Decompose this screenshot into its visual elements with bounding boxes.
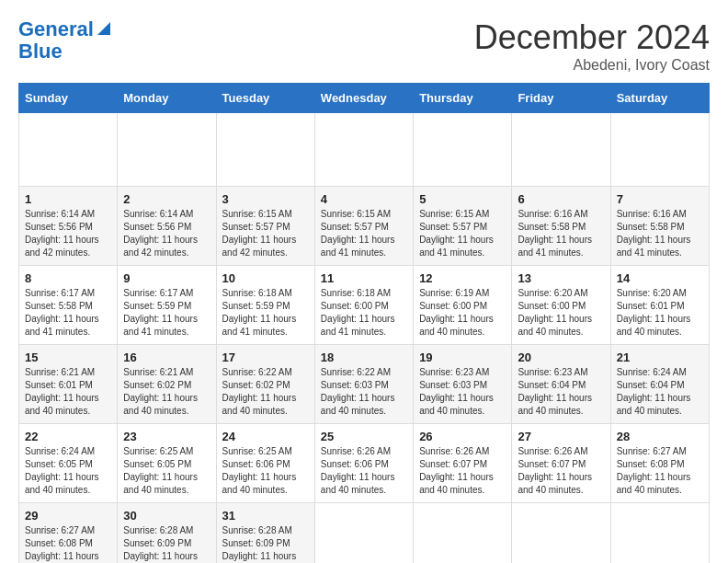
calendar-week-row: 1 Sunrise: 6:14 AM Sunset: 5:56 PM Dayli… (19, 187, 710, 266)
day-number: 30 (123, 509, 210, 523)
day-number: 21 (617, 350, 703, 364)
cell-info: Sunrise: 6:15 AM Sunset: 5:57 PM Dayligh… (222, 208, 309, 259)
col-monday: Monday (118, 84, 216, 113)
calendar-cell (314, 113, 413, 187)
calendar-cell: 26 Sunrise: 6:26 AM Sunset: 6:07 PM Dayl… (414, 424, 512, 503)
day-number: 12 (419, 271, 506, 285)
day-number: 28 (617, 430, 703, 443)
calendar-cell: 22 Sunrise: 6:24 AM Sunset: 6:05 PM Dayl… (19, 424, 118, 503)
calendar-cell: 7 Sunrise: 6:16 AM Sunset: 5:58 PM Dayli… (610, 187, 709, 266)
day-number: 23 (123, 430, 210, 443)
day-number: 6 (518, 192, 604, 206)
calendar-cell: 20 Sunrise: 6:23 AM Sunset: 6:04 PM Dayl… (512, 345, 610, 424)
day-number: 29 (25, 509, 111, 523)
calendar-cell: 10 Sunrise: 6:18 AM Sunset: 5:59 PM Dayl… (216, 266, 314, 345)
calendar-cell: 3 Sunrise: 6:15 AM Sunset: 5:57 PM Dayli… (216, 187, 314, 266)
calendar-cell (512, 113, 610, 187)
cell-info: Sunrise: 6:20 AM Sunset: 6:01 PM Dayligh… (617, 287, 703, 339)
cell-info: Sunrise: 6:18 AM Sunset: 6:00 PM Dayligh… (321, 287, 407, 339)
cell-info: Sunrise: 6:27 AM Sunset: 6:08 PM Dayligh… (25, 524, 111, 563)
day-number: 24 (222, 430, 309, 443)
cell-info: Sunrise: 6:27 AM Sunset: 6:08 PM Dayligh… (617, 445, 703, 497)
calendar-cell (414, 503, 512, 564)
day-number: 5 (419, 192, 506, 206)
calendar-cell: 8 Sunrise: 6:17 AM Sunset: 5:58 PM Dayli… (19, 266, 118, 345)
cell-info: Sunrise: 6:21 AM Sunset: 6:02 PM Dayligh… (123, 366, 210, 418)
day-number: 9 (123, 271, 210, 285)
calendar-cell (512, 503, 610, 564)
location: Abedeni, Ivory Coast (474, 57, 710, 74)
calendar-cell: 24 Sunrise: 6:25 AM Sunset: 6:06 PM Dayl… (216, 424, 314, 503)
col-saturday: Saturday (610, 84, 709, 113)
calendar-cell: 29 Sunrise: 6:27 AM Sunset: 6:08 PM Dayl… (19, 503, 118, 564)
day-number: 16 (123, 350, 210, 364)
cell-info: Sunrise: 6:22 AM Sunset: 6:03 PM Dayligh… (321, 366, 407, 418)
col-tuesday: Tuesday (216, 84, 314, 113)
calendar-table: Sunday Monday Tuesday Wednesday Thursday… (18, 83, 710, 563)
calendar-cell: 28 Sunrise: 6:27 AM Sunset: 6:08 PM Dayl… (610, 424, 709, 503)
calendar-cell: 19 Sunrise: 6:23 AM Sunset: 6:03 PM Dayl… (414, 345, 512, 424)
calendar-cell: 31 Sunrise: 6:28 AM Sunset: 6:09 PM Dayl… (216, 503, 314, 564)
calendar-cell: 18 Sunrise: 6:22 AM Sunset: 6:03 PM Dayl… (314, 345, 413, 424)
calendar-week-row: 8 Sunrise: 6:17 AM Sunset: 5:58 PM Dayli… (19, 266, 710, 345)
day-number: 8 (25, 271, 111, 285)
calendar-cell: 23 Sunrise: 6:25 AM Sunset: 6:05 PM Dayl… (118, 424, 216, 503)
day-number: 31 (222, 509, 309, 523)
cell-info: Sunrise: 6:24 AM Sunset: 6:05 PM Dayligh… (25, 445, 111, 497)
calendar-cell: 16 Sunrise: 6:21 AM Sunset: 6:02 PM Dayl… (118, 345, 216, 424)
calendar-cell: 25 Sunrise: 6:26 AM Sunset: 6:06 PM Dayl… (314, 424, 413, 503)
calendar-cell: 30 Sunrise: 6:28 AM Sunset: 6:09 PM Dayl… (118, 503, 216, 564)
logo-text: General (18, 18, 94, 40)
cell-info: Sunrise: 6:20 AM Sunset: 6:00 PM Dayligh… (518, 287, 604, 339)
calendar-cell: 15 Sunrise: 6:21 AM Sunset: 6:01 PM Dayl… (19, 345, 118, 424)
cell-info: Sunrise: 6:16 AM Sunset: 5:58 PM Dayligh… (617, 208, 703, 259)
day-number: 22 (25, 430, 111, 443)
day-number: 1 (25, 192, 111, 206)
calendar-cell: 27 Sunrise: 6:26 AM Sunset: 6:07 PM Dayl… (512, 424, 610, 503)
col-thursday: Thursday (414, 84, 512, 113)
calendar-cell: 5 Sunrise: 6:15 AM Sunset: 5:57 PM Dayli… (414, 187, 512, 266)
calendar-cell (314, 503, 413, 564)
calendar-cell: 2 Sunrise: 6:14 AM Sunset: 5:56 PM Dayli… (118, 187, 216, 266)
day-number: 10 (222, 271, 309, 285)
col-wednesday: Wednesday (314, 84, 413, 113)
calendar-cell: 4 Sunrise: 6:15 AM Sunset: 5:57 PM Dayli… (314, 187, 413, 266)
day-number: 15 (25, 350, 111, 364)
calendar-cell: 1 Sunrise: 6:14 AM Sunset: 5:56 PM Dayli… (19, 187, 118, 266)
cell-info: Sunrise: 6:24 AM Sunset: 6:04 PM Dayligh… (617, 366, 703, 418)
page-header: General Blue December 2024 Abedeni, Ivor… (18, 18, 710, 74)
cell-info: Sunrise: 6:17 AM Sunset: 5:59 PM Dayligh… (123, 287, 210, 339)
cell-info: Sunrise: 6:19 AM Sunset: 6:00 PM Dayligh… (419, 287, 506, 339)
day-number: 2 (123, 192, 210, 206)
day-number: 20 (518, 350, 604, 364)
calendar-cell (19, 113, 118, 187)
day-number: 27 (518, 430, 604, 443)
month-title: December 2024 (474, 18, 710, 57)
calendar-cell: 21 Sunrise: 6:24 AM Sunset: 6:04 PM Dayl… (610, 345, 709, 424)
day-number: 3 (222, 192, 309, 206)
calendar-cell: 11 Sunrise: 6:18 AM Sunset: 6:00 PM Dayl… (314, 266, 413, 345)
calendar-header-row: Sunday Monday Tuesday Wednesday Thursday… (19, 84, 710, 113)
calendar-cell: 17 Sunrise: 6:22 AM Sunset: 6:02 PM Dayl… (216, 345, 314, 424)
col-friday: Friday (512, 84, 610, 113)
calendar-week-row: 29 Sunrise: 6:27 AM Sunset: 6:08 PM Dayl… (19, 503, 710, 564)
calendar-cell: 12 Sunrise: 6:19 AM Sunset: 6:00 PM Dayl… (414, 266, 512, 345)
logo-arrow-icon (96, 20, 112, 37)
cell-info: Sunrise: 6:18 AM Sunset: 5:59 PM Dayligh… (222, 287, 309, 339)
day-number: 7 (617, 192, 703, 206)
day-number: 11 (321, 271, 407, 285)
day-number: 17 (222, 350, 309, 364)
cell-info: Sunrise: 6:26 AM Sunset: 6:07 PM Dayligh… (518, 445, 604, 497)
cell-info: Sunrise: 6:15 AM Sunset: 5:57 PM Dayligh… (321, 208, 407, 259)
cell-info: Sunrise: 6:26 AM Sunset: 6:06 PM Dayligh… (321, 445, 407, 497)
calendar-cell: 9 Sunrise: 6:17 AM Sunset: 5:59 PM Dayli… (118, 266, 216, 345)
cell-info: Sunrise: 6:21 AM Sunset: 6:01 PM Dayligh… (25, 366, 111, 418)
calendar-cell (414, 113, 512, 187)
calendar-cell: 13 Sunrise: 6:20 AM Sunset: 6:00 PM Dayl… (512, 266, 610, 345)
logo-general: General (18, 17, 94, 40)
cell-info: Sunrise: 6:14 AM Sunset: 5:56 PM Dayligh… (25, 208, 111, 259)
calendar-cell: 14 Sunrise: 6:20 AM Sunset: 6:01 PM Dayl… (610, 266, 709, 345)
cell-info: Sunrise: 6:25 AM Sunset: 6:06 PM Dayligh… (222, 445, 309, 497)
calendar-week-row: 15 Sunrise: 6:21 AM Sunset: 6:01 PM Dayl… (19, 345, 710, 424)
cell-info: Sunrise: 6:28 AM Sunset: 6:09 PM Dayligh… (123, 524, 210, 563)
